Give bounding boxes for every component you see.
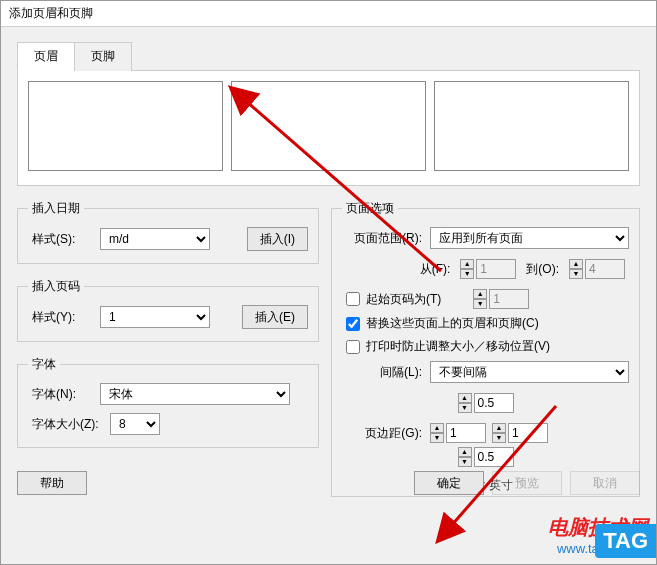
to-down-icon[interactable]: ▼ bbox=[569, 269, 583, 279]
insert-date-button[interactable]: 插入(I) bbox=[247, 227, 308, 251]
footer-buttons: 帮助 确定 预览 取消 bbox=[17, 471, 640, 495]
insert-pageno-legend: 插入页码 bbox=[28, 278, 84, 295]
preview-right[interactable] bbox=[434, 81, 629, 171]
page-range-select[interactable]: 应用到所有页面 bbox=[430, 227, 629, 249]
margin-right-input[interactable] bbox=[508, 423, 548, 443]
date-style-label: 样式(S): bbox=[28, 231, 100, 248]
margin-bottom-input[interactable] bbox=[474, 447, 514, 467]
from-down-icon[interactable]: ▼ bbox=[460, 269, 474, 279]
mr-down-icon[interactable]: ▼ bbox=[492, 433, 506, 443]
start-up-icon[interactable]: ▲ bbox=[473, 289, 487, 299]
mt-up-icon[interactable]: ▲ bbox=[430, 423, 444, 433]
start-page-input bbox=[489, 289, 529, 309]
right-column: 页面选项 页面范围(R): 应用到所有页面 从(F): ▲▼ 到(O bbox=[331, 200, 640, 497]
lock-checkbox[interactable] bbox=[346, 340, 360, 354]
pageno-style-select[interactable]: 1 bbox=[100, 306, 210, 328]
font-name-label: 字体(N): bbox=[28, 386, 100, 403]
margin-top-spinner[interactable]: ▲▼ bbox=[430, 423, 486, 443]
lock-label: 打印时防止调整大小／移动位置(V) bbox=[366, 338, 550, 355]
font-legend: 字体 bbox=[28, 356, 60, 373]
margin-bottom-spinner[interactable]: ▲▼ bbox=[458, 447, 514, 467]
font-size-label: 字体大小(Z): bbox=[28, 416, 110, 433]
content-area: 页眉 页脚 插入日期 样式(S): m/d 插入(I) bbox=[1, 27, 656, 509]
insert-date-legend: 插入日期 bbox=[28, 200, 84, 217]
gap-value-input[interactable] bbox=[474, 393, 514, 413]
to-spinner[interactable]: ▲▼ bbox=[569, 259, 625, 279]
window-title: 添加页眉和页脚 bbox=[9, 5, 93, 22]
start-page-checkbox[interactable] bbox=[346, 292, 360, 306]
start-page-spinner[interactable]: ▲▼ bbox=[473, 289, 529, 309]
titlebar: 添加页眉和页脚 bbox=[1, 1, 656, 27]
tab-header[interactable]: 页眉 bbox=[17, 42, 75, 71]
page-range-label: 页面范围(R): bbox=[342, 230, 430, 247]
start-page-label: 起始页码为(T) bbox=[366, 291, 441, 308]
margin-right-spinner[interactable]: ▲▼ bbox=[492, 423, 548, 443]
gap-select[interactable]: 不要间隔 bbox=[430, 361, 629, 383]
font-name-select[interactable]: 宋体 bbox=[100, 383, 290, 405]
insert-pageno-group: 插入页码 样式(Y): 1 插入(E) bbox=[17, 278, 319, 342]
preview-center[interactable] bbox=[231, 81, 426, 171]
mb-down-icon[interactable]: ▼ bbox=[458, 457, 472, 467]
preview-button[interactable]: 预览 bbox=[492, 471, 562, 495]
font-size-select[interactable]: 8 bbox=[110, 413, 160, 435]
insert-date-group: 插入日期 样式(S): m/d 插入(I) bbox=[17, 200, 319, 264]
replace-label: 替换这些页面上的页眉和页脚(C) bbox=[366, 315, 539, 332]
columns: 插入日期 样式(S): m/d 插入(I) 插入页码 样式(Y): bbox=[17, 200, 640, 497]
mb-up-icon[interactable]: ▲ bbox=[458, 447, 472, 457]
replace-checkbox[interactable] bbox=[346, 317, 360, 331]
from-spinner[interactable]: ▲▼ bbox=[460, 259, 516, 279]
date-style-select[interactable]: m/d bbox=[100, 228, 210, 250]
page-options-group: 页面选项 页面范围(R): 应用到所有页面 从(F): ▲▼ 到(O bbox=[331, 200, 640, 497]
to-up-icon[interactable]: ▲ bbox=[569, 259, 583, 269]
font-group: 字体 字体(N): 宋体 字体大小(Z): 8 bbox=[17, 356, 319, 448]
from-label: 从(F): bbox=[420, 261, 451, 278]
tab-strip: 页眉 页脚 bbox=[17, 41, 640, 71]
pageno-style-label: 样式(Y): bbox=[28, 309, 100, 326]
gap-value-spinner[interactable]: ▲▼ bbox=[458, 393, 514, 413]
watermark-tag: TAG bbox=[595, 524, 656, 558]
gap-up-icon[interactable]: ▲ bbox=[458, 393, 472, 403]
help-button[interactable]: 帮助 bbox=[17, 471, 87, 495]
from-up-icon[interactable]: ▲ bbox=[460, 259, 474, 269]
left-column: 插入日期 样式(S): m/d 插入(I) 插入页码 样式(Y): bbox=[17, 200, 319, 497]
margin-top-input[interactable] bbox=[446, 423, 486, 443]
preview-left[interactable] bbox=[28, 81, 223, 171]
mt-down-icon[interactable]: ▼ bbox=[430, 433, 444, 443]
ok-button[interactable]: 确定 bbox=[414, 471, 484, 495]
to-input bbox=[585, 259, 625, 279]
to-label: 到(O): bbox=[526, 261, 559, 278]
gap-down-icon[interactable]: ▼ bbox=[458, 403, 472, 413]
cancel-button[interactable]: 取消 bbox=[570, 471, 640, 495]
from-input bbox=[476, 259, 516, 279]
tab-footer[interactable]: 页脚 bbox=[74, 42, 132, 71]
dialog-window: 添加页眉和页脚 页眉 页脚 插入日期 样式(S): m/d bbox=[0, 0, 657, 565]
mr-up-icon[interactable]: ▲ bbox=[492, 423, 506, 433]
start-down-icon[interactable]: ▼ bbox=[473, 299, 487, 309]
gap-label: 间隔(L): bbox=[342, 364, 430, 381]
insert-pageno-button[interactable]: 插入(E) bbox=[242, 305, 308, 329]
margin-label: 页边距(G): bbox=[342, 425, 430, 442]
page-options-legend: 页面选项 bbox=[342, 200, 398, 217]
header-preview-panel bbox=[17, 71, 640, 186]
